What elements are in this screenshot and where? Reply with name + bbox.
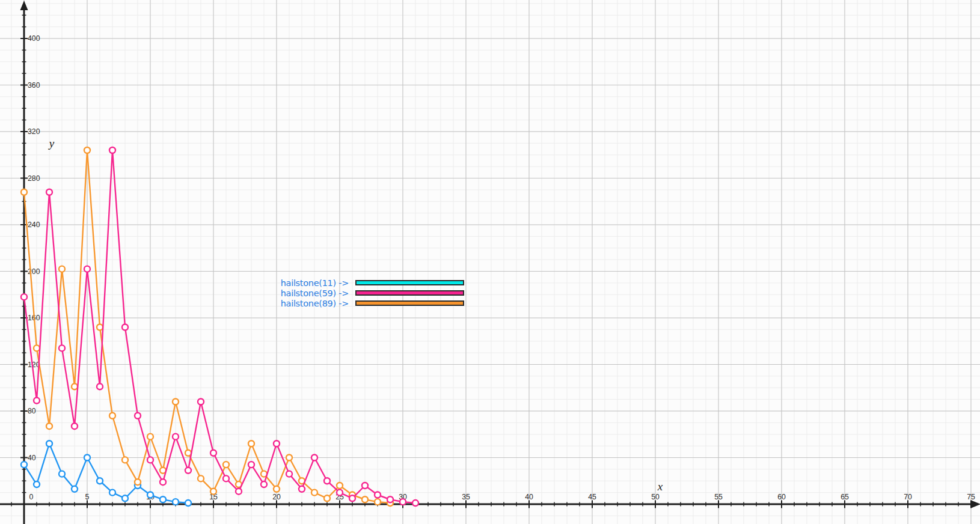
series-hailstone-59-marker [72,423,78,429]
series-hailstone-59-marker [21,294,27,300]
legend-item-hailstone-59: hailstone(59) -> [265,288,464,298]
series-hailstone-59-marker [337,490,343,496]
series-hailstone-59-marker [387,496,393,502]
y-tick-label: 400 [28,34,40,43]
series-hailstone-59-marker [362,483,368,489]
series-hailstone-59-marker [261,481,267,487]
x-tick-label: 0 [29,493,34,501]
series-hailstone-59-marker [324,478,330,484]
legend-label: hailstone(59) -> [265,288,349,298]
series-hailstone-89-marker [362,496,368,502]
series-hailstone-59-marker [97,383,103,389]
series-hailstone-59-marker [122,324,128,331]
series-hailstone-11-marker [160,496,166,502]
series-hailstone-59-marker [299,486,305,492]
series-hailstone-59-marker [311,455,317,461]
y-tick-label: 80 [28,407,36,415]
series-hailstone-59-marker [375,492,381,498]
series-hailstone-11-marker [46,440,52,446]
series-hailstone-89-marker [72,383,78,389]
series-hailstone-89-marker [21,189,27,195]
x-tick-label: 70 [904,493,912,501]
series-hailstone-59-marker [173,434,179,440]
series-hailstone-59-marker [135,413,141,419]
series-hailstone-89-marker [210,489,216,495]
y-tick-label: 320 [28,127,40,136]
series-hailstone-59-marker [400,499,406,505]
series-hailstone-89-marker [59,266,65,272]
series-hailstone-59-marker [286,471,292,477]
series-hailstone-59-marker [109,147,115,153]
series-hailstone-89-marker [286,455,292,461]
series-hailstone-89-marker [375,499,381,505]
series-hailstone-59-marker [147,457,153,463]
x-tick-label: 55 [714,493,723,501]
legend-item-hailstone-89: hailstone(89) -> [265,298,464,308]
series-hailstone-11-marker [84,455,90,461]
series-hailstone-89-marker [97,324,103,331]
legend-swatch-hailstone-89 [355,300,464,306]
series-hailstone-89-marker [135,479,141,485]
series-hailstone-59-marker [248,462,254,468]
series-hailstone-89-marker [223,462,229,468]
x-tick-label: 50 [651,493,660,501]
series-hailstone-89-marker [324,495,330,501]
x-tick-label: 40 [525,493,533,501]
x-tick-label: 65 [841,493,849,501]
legend-item-hailstone-11: hailstone(11) -> [265,278,464,288]
series-hailstone-59-marker [59,345,65,351]
series-hailstone-59-marker [160,479,166,485]
series-hailstone-89-marker [274,486,280,492]
series-hailstone-89-marker [198,475,204,481]
series-hailstone-11-marker [173,499,179,505]
series-hailstone-11-marker [122,495,128,501]
series-hailstone-11-marker [21,462,27,468]
series-hailstone-59-marker [236,489,242,495]
series-hailstone-59-marker [274,440,280,446]
series-hailstone-59-marker [46,189,52,195]
series-hailstone-59-marker [84,266,90,272]
x-tick-label: 5 [85,493,90,501]
series-hailstone-89-marker [46,423,52,429]
series-hailstone-89-marker [311,490,317,496]
series-hailstone-89-marker [147,434,153,440]
y-tick-label: 40 [28,454,36,462]
series-hailstone-89-marker [84,147,90,153]
series-hailstone-11-marker [72,486,78,492]
series-hailstone-11-marker [109,490,115,496]
x-tick-label: 35 [462,493,470,501]
series-hailstone-59-marker [210,450,216,456]
hailstone-sequence-plot: 0510152025303540455055606570754080120160… [0,0,980,524]
series-hailstone-89-marker [122,457,128,463]
plot-canvas: 0510152025303540455055606570754080120160… [0,0,980,524]
series-hailstone-11-marker [147,492,153,498]
series-hailstone-11-marker [34,481,40,487]
series-hailstone-59-marker [198,399,204,405]
series-hailstone-89-marker [109,413,115,419]
x-tick-label: 45 [588,493,596,501]
legend-label: hailstone(89) -> [265,299,349,308]
series-hailstone-59-marker [34,398,40,404]
legend: hailstone(11) -> hailstone(59) -> hailst… [265,278,464,308]
series-hailstone-11-marker [59,471,65,477]
x-tick-label: 60 [777,493,786,501]
y-tick-label: 240 [28,221,40,229]
plot-background [0,0,980,524]
y-tick-label: 360 [28,81,40,90]
series-hailstone-59-marker [349,495,355,501]
x-tick-label: 75 [967,493,975,501]
series-hailstone-59-marker [185,468,191,474]
series-hailstone-11-marker [185,500,191,506]
legend-label: hailstone(11) -> [265,278,349,288]
y-axis-title: y [49,137,54,150]
series-hailstone-89-marker [34,345,40,351]
series-hailstone-59-marker [412,500,418,506]
series-hailstone-59-marker [223,475,229,481]
x-axis-title: x [658,480,663,493]
series-hailstone-89-marker [248,440,254,446]
y-tick-label: 280 [28,174,40,183]
legend-swatch-hailstone-59 [355,290,464,296]
legend-swatch-hailstone-11 [355,280,464,285]
series-hailstone-11-marker [97,478,103,484]
series-hailstone-89-marker [173,399,179,405]
